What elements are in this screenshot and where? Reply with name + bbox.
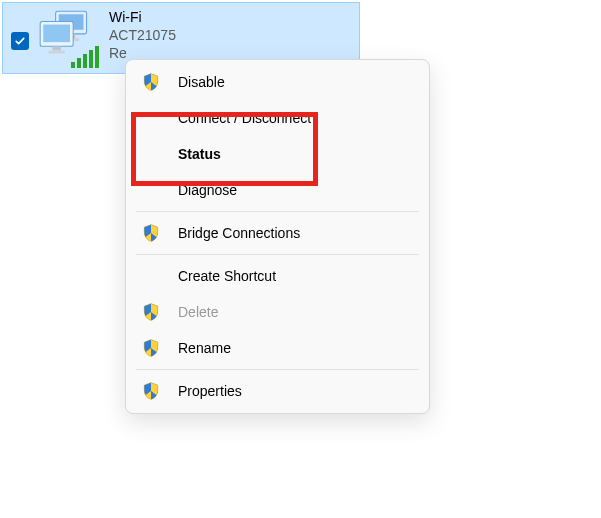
svg-rect-7 — [48, 50, 65, 53]
menu-properties[interactable]: Properties — [126, 373, 429, 409]
menu-connect-disconnect[interactable]: Connect / Disconnect — [126, 100, 429, 136]
menu-delete: Delete — [126, 294, 429, 330]
svg-rect-5 — [43, 25, 70, 43]
menu-separator — [136, 254, 419, 255]
menu-create-shortcut[interactable]: Create Shortcut — [126, 258, 429, 294]
adapter-ssid: ACT21075 — [109, 27, 176, 43]
shield-icon — [140, 301, 162, 323]
menu-status[interactable]: Status — [126, 136, 429, 172]
menu-label: Create Shortcut — [178, 268, 415, 284]
adapter-name: Wi-Fi — [109, 9, 176, 25]
menu-label: Connect / Disconnect — [178, 110, 415, 126]
menu-label: Properties — [178, 383, 415, 399]
blank-icon — [140, 107, 162, 129]
menu-label: Disable — [178, 74, 415, 90]
signal-strength-icon — [71, 46, 99, 68]
shield-icon — [140, 222, 162, 244]
checkmark-icon — [14, 35, 26, 47]
shield-icon — [140, 337, 162, 359]
menu-rename[interactable]: Rename — [126, 330, 429, 366]
blank-icon — [140, 265, 162, 287]
menu-bridge-connections[interactable]: Bridge Connections — [126, 215, 429, 251]
menu-label: Status — [178, 146, 415, 162]
adapter-checkbox[interactable] — [11, 32, 29, 50]
shield-icon — [140, 380, 162, 402]
menu-diagnose[interactable]: Diagnose — [126, 172, 429, 208]
menu-label: Bridge Connections — [178, 225, 415, 241]
svg-rect-6 — [53, 46, 61, 50]
menu-separator — [136, 369, 419, 370]
menu-label: Diagnose — [178, 182, 415, 198]
blank-icon — [140, 143, 162, 165]
menu-label: Delete — [178, 304, 415, 320]
network-adapter-icon — [35, 8, 101, 68]
adapter-text: Wi-Fi ACT21075 Re — [109, 8, 176, 61]
menu-separator — [136, 211, 419, 212]
context-menu: Disable Connect / Disconnect Status Diag… — [125, 59, 430, 414]
shield-icon — [140, 71, 162, 93]
menu-disable[interactable]: Disable — [126, 64, 429, 100]
blank-icon — [140, 179, 162, 201]
menu-label: Rename — [178, 340, 415, 356]
